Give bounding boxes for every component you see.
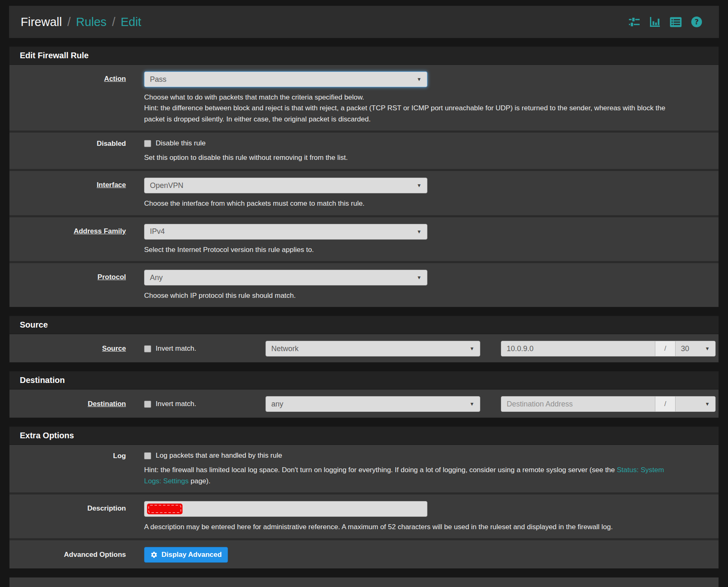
address-family-select-value: IPv4 bbox=[150, 227, 165, 236]
disable-rule-checkbox-row[interactable]: Disable this rule bbox=[144, 139, 719, 147]
form-row-protocol: Protocol Any ▼ Choose which IP protocol … bbox=[9, 261, 719, 307]
source-address-input[interactable] bbox=[501, 341, 655, 356]
destination-address-input[interactable] bbox=[501, 397, 655, 411]
interface-select-value: OpenVPN bbox=[150, 181, 183, 190]
form-row-log: Log Log packets that are handled by this… bbox=[9, 445, 719, 492]
description-input[interactable] bbox=[144, 501, 427, 517]
source-type-select-value: Network bbox=[271, 345, 299, 353]
sliders-icon[interactable] bbox=[628, 16, 640, 28]
panel-title: Source bbox=[9, 316, 719, 334]
destination-invert-row[interactable]: Invert match. bbox=[144, 400, 266, 408]
address-family-select[interactable]: IPv4 ▼ bbox=[144, 224, 427, 240]
action-help: Choose what to do with packets that matc… bbox=[144, 92, 677, 125]
svg-text:?: ? bbox=[695, 18, 699, 26]
form-row-description: Description A description may be entered… bbox=[9, 492, 719, 538]
panel-next-partial bbox=[9, 577, 719, 587]
advanced-options-label: Advanced Options bbox=[64, 551, 126, 558]
destination-invert-checkbox[interactable] bbox=[144, 401, 151, 408]
chevron-down-icon: ▼ bbox=[470, 401, 474, 407]
destination-address-group: / ▼ bbox=[501, 396, 716, 412]
form-row-source: Source Invert match. Network ▼ / 30 ▼ bbox=[9, 334, 719, 362]
panel-source: Source Source Invert match. Network ▼ / … bbox=[9, 316, 719, 363]
log-hint: Hint: the firewall has limited local log… bbox=[144, 465, 677, 487]
panel-title: Edit Firewall Rule bbox=[9, 47, 719, 65]
action-select[interactable]: Pass ▼ bbox=[144, 71, 427, 87]
log-label: Log bbox=[113, 452, 126, 460]
form-row-disabled: Disabled Disable this rule Set this opti… bbox=[9, 131, 719, 169]
display-advanced-button-label: Display Advanced bbox=[161, 551, 222, 559]
display-advanced-button[interactable]: Display Advanced bbox=[144, 547, 228, 563]
redacted-description-value bbox=[147, 504, 183, 514]
gear-icon bbox=[150, 551, 158, 558]
destination-type-select-value: any bbox=[271, 400, 283, 409]
destination-mask-select[interactable]: ▼ bbox=[676, 397, 715, 411]
breadcrumb-separator: / bbox=[67, 15, 71, 29]
protocol-help: Choose which IP protocol this rule shoul… bbox=[144, 290, 677, 301]
source-mask-select[interactable]: 30 ▼ bbox=[676, 341, 715, 356]
source-address-group: / 30 ▼ bbox=[501, 341, 716, 356]
breadcrumb-link-rules[interactable]: Rules bbox=[76, 15, 107, 29]
source-invert-row[interactable]: Invert match. bbox=[144, 345, 266, 353]
form-row-destination: Destination Invert match. any ▼ / ▼ bbox=[9, 390, 719, 418]
disable-rule-checkbox[interactable] bbox=[144, 140, 151, 147]
address-family-help: Select the Internet Protocol version thi… bbox=[144, 245, 677, 255]
interface-select[interactable]: OpenVPN ▼ bbox=[144, 178, 427, 193]
log-checkbox-row[interactable]: Log packets that are handled by this rul… bbox=[144, 452, 719, 460]
disable-rule-checkbox-label[interactable]: Disable this rule bbox=[156, 139, 206, 147]
description-help: A description may be entered here for ad… bbox=[144, 522, 677, 532]
form-row-advanced-options: Advanced Options Display Advanced bbox=[9, 538, 719, 568]
form-row-interface: Interface OpenVPN ▼ Choose the interface… bbox=[9, 169, 719, 215]
interface-label: Interface bbox=[97, 181, 126, 189]
breadcrumb-separator: / bbox=[112, 15, 115, 29]
chevron-down-icon: ▼ bbox=[705, 346, 710, 352]
form-row-address-family: Address Family IPv4 ▼ Select the Interne… bbox=[9, 215, 719, 261]
action-select-value: Pass bbox=[150, 75, 166, 84]
panel-title: Extra Options bbox=[9, 427, 719, 445]
mask-separator: / bbox=[655, 341, 676, 356]
source-type-select[interactable]: Network ▼ bbox=[266, 341, 480, 356]
chevron-down-icon: ▼ bbox=[417, 76, 422, 82]
form-row-action: Action Pass ▼ Choose what to do with pac… bbox=[9, 65, 719, 131]
chevron-down-icon: ▼ bbox=[470, 346, 474, 352]
address-family-label: Address Family bbox=[74, 227, 126, 235]
log-view-icon[interactable] bbox=[670, 17, 682, 27]
bar-chart-icon[interactable] bbox=[649, 16, 661, 28]
panel-destination: Destination Destination Invert match. an… bbox=[9, 371, 719, 418]
panel-title: Destination bbox=[9, 371, 719, 390]
protocol-label: Protocol bbox=[97, 273, 126, 281]
interface-help: Choose the interface from which packets … bbox=[144, 198, 677, 209]
protocol-select-value: Any bbox=[150, 273, 163, 282]
breadcrumb-section: Firewall bbox=[21, 15, 62, 29]
description-label: Description bbox=[87, 504, 126, 512]
breadcrumb: Firewall / Rules / Edit bbox=[9, 6, 719, 38]
log-checkbox[interactable] bbox=[144, 452, 151, 459]
breadcrumb-actions: ? bbox=[628, 16, 707, 28]
help-icon[interactable]: ? bbox=[691, 16, 702, 28]
panel-edit-firewall-rule: Edit Firewall Rule Action Pass ▼ Choose … bbox=[9, 46, 719, 307]
panel-extra-options: Extra Options Log Log packets that are h… bbox=[9, 426, 719, 569]
destination-type-select[interactable]: any ▼ bbox=[266, 396, 480, 412]
destination-invert-label[interactable]: Invert match. bbox=[156, 400, 196, 408]
source-mask-select-value: 30 bbox=[681, 345, 689, 353]
log-checkbox-label[interactable]: Log packets that are handled by this rul… bbox=[156, 452, 282, 460]
disabled-label: Disabled bbox=[97, 140, 126, 147]
chevron-down-icon: ▼ bbox=[417, 229, 422, 235]
chevron-down-icon: ▼ bbox=[417, 183, 422, 188]
chevron-down-icon: ▼ bbox=[417, 275, 422, 280]
mask-separator: / bbox=[655, 397, 676, 411]
source-invert-checkbox[interactable] bbox=[144, 345, 151, 352]
destination-label: Destination bbox=[88, 400, 126, 408]
source-invert-label[interactable]: Invert match. bbox=[156, 345, 196, 353]
disabled-help: Set this option to disable this rule wit… bbox=[144, 152, 677, 163]
action-label: Action bbox=[104, 75, 126, 83]
protocol-select[interactable]: Any ▼ bbox=[144, 270, 427, 285]
source-label: Source bbox=[102, 345, 126, 352]
breadcrumb-link-edit[interactable]: Edit bbox=[121, 15, 141, 29]
chevron-down-icon: ▼ bbox=[705, 401, 710, 407]
